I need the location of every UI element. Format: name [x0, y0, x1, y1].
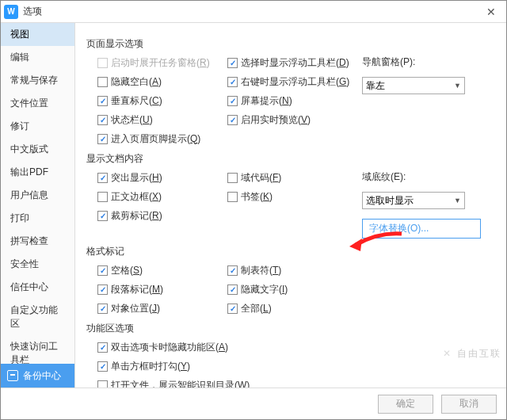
checkbox-label: 对象位置(J)	[111, 302, 160, 315]
sidebar-item[interactable]: 快速访问工具栏	[1, 335, 74, 364]
checkbox-option[interactable]: 右键时显示浮动工具栏(G)	[227, 74, 362, 89]
checkbox-option[interactable]: 全部(L)	[227, 301, 362, 315]
checkbox-icon	[97, 265, 108, 276]
checkbox-option[interactable]: 正文边框(X)	[97, 189, 227, 204]
checkbox-option[interactable]: 启用实时预览(V)	[227, 113, 362, 127]
checkbox-option[interactable]: 突出显示(H)	[97, 170, 227, 185]
chevron-down-icon: ▼	[454, 197, 461, 204]
backup-center-button[interactable]: 备份中心	[1, 364, 74, 388]
close-button[interactable]: ✕	[479, 3, 503, 21]
app-icon: W	[4, 5, 18, 19]
checkbox-icon	[227, 115, 238, 125]
sidebar-list: 视图编辑常规与保存文件位置修订中文版式输出PDF用户信息打印拼写检查安全性信任中…	[1, 23, 74, 364]
checkbox-label: 启用实时预览(V)	[241, 113, 311, 127]
sidebar: 视图编辑常规与保存文件位置修订中文版式输出PDF用户信息打印拼写检查安全性信任中…	[1, 23, 75, 388]
checkbox-label: 单击方框时打勾(Y)	[111, 360, 190, 373]
checkbox-option[interactable]: 打开文件，展示智能识别目录(W)	[97, 378, 495, 388]
checkbox-icon	[97, 58, 108, 68]
sidebar-item[interactable]: 信任中心	[1, 276, 74, 299]
checkbox-option[interactable]: 屏幕提示(N)	[227, 94, 362, 108]
section-page-display-title: 页面显示选项	[86, 37, 495, 51]
checkbox-option[interactable]: 域代码(F)	[227, 170, 362, 185]
checkbox-icon	[227, 192, 238, 202]
ok-button[interactable]: 确定	[378, 395, 433, 414]
checkbox-label: 空格(S)	[111, 264, 143, 277]
checkbox-icon	[97, 134, 108, 144]
checkbox-option[interactable]: 段落标记(M)	[97, 282, 227, 296]
nav-pane-value: 靠左	[366, 79, 385, 93]
options-dialog: W 选项 ✕ 视图编辑常规与保存文件位置修订中文版式输出PDF用户信息打印拼写检…	[0, 0, 507, 420]
checkbox-option[interactable]: 制表符(T)	[227, 263, 362, 277]
checkbox-option[interactable]: 双击选项卡时隐藏功能区(A)	[97, 340, 495, 354]
nav-pane-select[interactable]: 靠左 ▼	[362, 77, 465, 94]
checkbox-icon	[97, 115, 108, 125]
backup-label: 备份中心	[23, 369, 61, 383]
sidebar-item[interactable]: 安全性	[1, 253, 74, 276]
section-ribbon-title: 功能区选项	[86, 322, 495, 335]
sidebar-item[interactable]: 用户信息	[1, 184, 74, 207]
section-doc-content: 突出显示(H)正文边框(X)裁剪标记(R) 域代码(F)书签(K) 域底纹(E)…	[86, 170, 495, 239]
checkbox-icon	[97, 211, 108, 221]
checkbox-option[interactable]: 垂直标尺(C)	[97, 94, 227, 108]
window-title: 选项	[23, 5, 479, 18]
checkbox-icon	[227, 173, 238, 183]
checkbox-icon	[97, 284, 108, 295]
sidebar-item[interactable]: 拼写检查	[1, 230, 74, 253]
checkbox-label: 进入页眉页脚提示(Q)	[111, 132, 200, 146]
checkbox-label: 突出显示(H)	[111, 171, 162, 185]
checkbox-icon	[97, 192, 108, 202]
checkbox-option[interactable]: 书签(K)	[227, 189, 362, 204]
checkbox-icon	[97, 342, 108, 353]
footer: 确定 取消	[1, 388, 506, 419]
checkbox-label: 隐藏文字(I)	[241, 283, 288, 296]
checkbox-option[interactable]: 裁剪标记(R)	[97, 208, 227, 223]
checkbox-label: 垂直标尺(C)	[111, 94, 162, 108]
checkbox-option[interactable]: 状态栏(U)	[97, 113, 227, 127]
sidebar-item[interactable]: 打印	[1, 207, 74, 230]
checkbox-label: 正文边框(X)	[111, 190, 162, 204]
field-shading-label: 域底纹(E):	[362, 170, 481, 184]
sidebar-item[interactable]: 编辑	[1, 46, 74, 69]
checkbox-label: 屏幕提示(N)	[241, 94, 292, 108]
font-substitute-button[interactable]: 字体替换(O)...	[362, 219, 481, 239]
sidebar-item[interactable]: 文件位置	[1, 92, 74, 115]
section-ribbon: 双击选项卡时隐藏功能区(A)单击方框时打勾(Y)打开文件，展示智能识别目录(W)	[86, 340, 495, 388]
section-format-marks: 空格(S)段落标记(M)对象位置(J) 制表符(T)隐藏文字(I)全部(L)	[86, 263, 495, 315]
checkbox-icon	[227, 58, 238, 68]
checkbox-icon	[97, 173, 108, 183]
sidebar-item[interactable]: 常规与保存	[1, 69, 74, 92]
section-doc-content-title: 显示文档内容	[86, 152, 495, 166]
titlebar: W 选项 ✕	[1, 1, 506, 23]
checkbox-label: 双击选项卡时隐藏功能区(A)	[111, 341, 228, 354]
checkbox-option[interactable]: 空格(S)	[97, 263, 227, 277]
checkbox-label: 隐藏空白(A)	[111, 75, 162, 89]
checkbox-option[interactable]: 隐藏文字(I)	[227, 282, 362, 296]
checkbox-label: 书签(K)	[241, 190, 273, 204]
field-shading-value: 选取时显示	[366, 194, 414, 208]
checkbox-option[interactable]: 对象位置(J)	[97, 301, 227, 315]
field-shading-group: 域底纹(E): 选取时显示 ▼ 字体替换(O)...	[362, 170, 481, 239]
sidebar-item[interactable]: 视图	[1, 23, 74, 46]
checkbox-icon	[97, 77, 108, 87]
sidebar-item[interactable]: 修订	[1, 115, 74, 138]
checkbox-label: 裁剪标记(R)	[111, 209, 162, 223]
checkbox-option[interactable]: 隐藏空白(A)	[97, 74, 227, 89]
checkbox-icon	[227, 284, 238, 295]
checkbox-option[interactable]: 单击方框时打勾(Y)	[97, 359, 495, 373]
checkbox-option[interactable]: 进入页眉页脚提示(Q)	[97, 132, 227, 146]
checkbox-icon	[227, 96, 238, 106]
checkbox-label: 全部(L)	[241, 302, 272, 315]
checkbox-icon	[227, 304, 238, 314]
sidebar-item[interactable]: 中文版式	[1, 138, 74, 161]
dialog-body: 视图编辑常规与保存文件位置修订中文版式输出PDF用户信息打印拼写检查安全性信任中…	[1, 23, 506, 388]
checkbox-label: 段落标记(M)	[111, 283, 163, 296]
sidebar-item[interactable]: 自定义功能区	[1, 299, 74, 335]
checkbox-option[interactable]: 选择时显示浮动工具栏(D)	[227, 55, 362, 70]
sidebar-item[interactable]: 输出PDF	[1, 161, 74, 184]
field-shading-select[interactable]: 选取时显示 ▼	[362, 192, 465, 209]
checkbox-label: 状态栏(U)	[111, 113, 153, 127]
cancel-button[interactable]: 取消	[441, 395, 497, 414]
checkbox-label: 打开文件，展示智能识别目录(W)	[111, 379, 250, 388]
checkbox-label: 域代码(F)	[241, 171, 281, 185]
section-format-marks-title: 格式标记	[86, 245, 495, 258]
